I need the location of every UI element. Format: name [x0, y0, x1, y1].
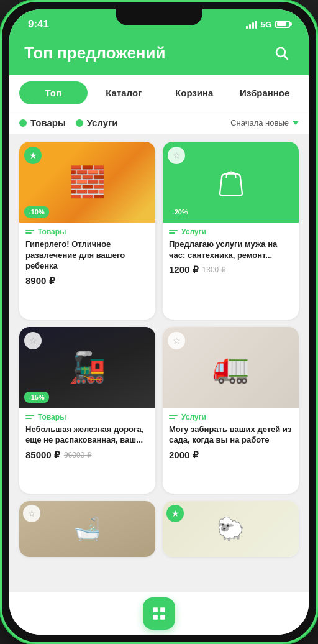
filter-services[interactable]: Услуги — [76, 117, 118, 128]
card-category-2: Услуги — [169, 228, 293, 236]
bag-svg-icon — [212, 163, 250, 201]
star-filled-icon: ★ — [29, 150, 37, 160]
star-outline-icon-3: ☆ — [29, 336, 37, 346]
svg-rect-5 — [160, 615, 165, 620]
svg-rect-3 — [160, 607, 165, 612]
notch — [116, 9, 202, 25]
phone-screen: 9:41 5G Топ предложений — [9, 9, 309, 635]
category-name-1: Товары — [38, 228, 66, 236]
discount-badge-1: -10% — [24, 206, 49, 218]
discount-badge-2: -20% — [168, 206, 193, 218]
filter-goods[interactable]: Товары — [19, 117, 66, 128]
star-filled-icon-6: ★ — [171, 508, 179, 518]
category-name-2: Услуги — [181, 228, 206, 236]
product-card-4[interactable]: 🚛 ☆ Услуги Могу забирать ваших детей из … — [163, 327, 299, 494]
card-price-row-2: 1200 ₽ 1300 ₽ — [169, 264, 293, 275]
card-title-4: Могу забирать ваших детей из сада, когда… — [169, 424, 293, 446]
star-outline-icon: ☆ — [173, 150, 181, 160]
status-time: 9:41 — [28, 18, 49, 30]
card-image-1: 🧱 ★ -10% — [19, 142, 155, 223]
sort-label: Сначала новые — [230, 118, 289, 127]
card-price-1: 8900 ₽ — [25, 275, 55, 287]
products-grid: 🧱 ★ -10% Товары Гиперлего! Отличное разв… — [9, 134, 309, 591]
category-lines-icon-4 — [169, 415, 178, 419]
favorite-button-5[interactable]: ☆ — [23, 505, 40, 522]
chevron-down-icon — [293, 121, 299, 125]
category-lines-icon-2 — [169, 230, 178, 234]
favorite-button-2[interactable]: ☆ — [168, 147, 185, 164]
card-image-4: 🚛 ☆ — [163, 327, 299, 408]
card-price-row-1: 8900 ₽ — [25, 275, 149, 287]
product-card-5[interactable]: 🛁 ☆ — [19, 501, 155, 557]
page-title: Топ предложений — [24, 44, 166, 63]
phone-frame: 9:41 5G Топ предложений — [0, 0, 318, 644]
card-title-3: Небольшая железная дорога, еще не распак… — [25, 424, 149, 446]
bottom-area — [9, 591, 309, 635]
category-name-4: Услуги — [181, 413, 206, 421]
card-title-1: Гиперлего! Отличное развлечение для ваше… — [25, 239, 149, 272]
product-card-6[interactable]: 🐑 ★ — [163, 501, 299, 557]
battery-icon — [275, 21, 290, 28]
card-price-row-3: 85000 ₽ 96000 ₽ — [25, 449, 149, 461]
signal-bars-icon — [246, 20, 257, 29]
favorite-button-1[interactable]: ★ — [24, 147, 42, 164]
fab-button[interactable] — [143, 597, 175, 630]
filter-services-label: Услуги — [87, 117, 118, 128]
search-button[interactable] — [269, 40, 294, 65]
card-body-3: Товары Небольшая железная дорога, еще не… — [19, 408, 155, 467]
grid-icon — [151, 605, 167, 622]
card-title-2: Предлагаю услуги мужа на час: сантехника… — [169, 239, 293, 260]
card-body-2: Услуги Предлагаю услуги мужа на час: сан… — [163, 223, 299, 282]
card-price-2: 1200 ₽ — [169, 264, 199, 275]
status-icons: 5G — [246, 20, 290, 29]
card-category-3: Товары — [25, 413, 149, 421]
card-image-2: ☆ -20% — [163, 142, 299, 223]
category-lines-icon-3 — [25, 415, 34, 419]
card-price-old-2: 1300 ₽ — [202, 265, 226, 274]
header: Топ предложений — [9, 34, 309, 75]
svg-rect-2 — [153, 607, 158, 612]
svg-rect-4 — [153, 615, 158, 620]
card-body-4: Услуги Могу забирать ваших детей из сада… — [163, 408, 299, 467]
sort-button[interactable]: Сначала новые — [230, 118, 299, 127]
star-outline-icon-4: ☆ — [173, 336, 181, 346]
tab-favorites[interactable]: Избранное — [231, 81, 299, 104]
filter-row: Товары Услуги Сначала новые — [9, 111, 309, 134]
card-category-1: Товары — [25, 228, 149, 236]
filter-goods-label: Товары — [30, 117, 66, 128]
discount-badge-3: -15% — [24, 392, 49, 403]
card-price-4: 2000 ₽ — [169, 449, 199, 461]
product-card-1[interactable]: 🧱 ★ -10% Товары Гиперлего! Отличное разв… — [19, 142, 155, 320]
product-card-3[interactable]: 🚂 ☆ -15% Товары Небольшая железная дорог… — [19, 327, 155, 494]
dot-services — [76, 119, 83, 127]
star-outline-icon-5: ☆ — [28, 508, 36, 518]
category-name-3: Товары — [38, 413, 66, 421]
card-category-4: Услуги — [169, 413, 293, 421]
tabs-container: Топ Каталог Корзина Избранное — [9, 75, 309, 111]
favorite-button-3[interactable]: ☆ — [24, 332, 42, 349]
card-price-row-4: 2000 ₽ — [169, 449, 293, 461]
category-lines-icon — [25, 230, 34, 234]
tab-catalog[interactable]: Каталог — [90, 81, 158, 104]
card-body-1: Товары Гиперлего! Отличное развлечение д… — [19, 223, 155, 293]
favorite-button-4[interactable]: ☆ — [168, 332, 185, 349]
dot-goods — [19, 119, 27, 127]
tab-top[interactable]: Топ — [19, 81, 88, 104]
tab-cart[interactable]: Корзина — [160, 81, 229, 104]
network-type: 5G — [261, 20, 271, 29]
card-price-3: 85000 ₽ — [25, 449, 60, 461]
card-price-old-3: 96000 ₽ — [64, 451, 92, 459]
product-card-2[interactable]: ☆ -20% Услуги Предлагаю услуги мужа на ч… — [163, 142, 299, 320]
favorite-button-6[interactable]: ★ — [166, 505, 184, 522]
svg-line-1 — [284, 56, 288, 60]
card-image-3: 🚂 ☆ -15% — [19, 327, 155, 408]
